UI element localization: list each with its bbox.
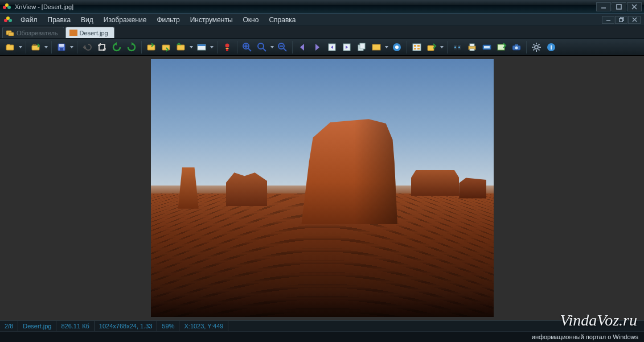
svg-rect-35	[413, 44, 421, 51]
zoom-dropdown[interactable]	[270, 40, 274, 54]
red-eye-button[interactable]	[220, 40, 234, 54]
watermark-tagline: информационный портал о Windows	[532, 333, 638, 340]
tab-strip: Обозреватель Desert.jpg	[0, 26, 644, 39]
status-bar: 2/8 Desert.jpg 826.11 Кб 1024x768x24, 1.…	[0, 320, 644, 331]
main-toolbar: i	[0, 39, 644, 56]
minimize-button[interactable]	[596, 2, 611, 11]
acquire-button[interactable]	[510, 40, 523, 54]
flip-h-button[interactable]	[145, 40, 158, 54]
settings-button[interactable]	[530, 40, 543, 54]
menu-window[interactable]: Окно	[239, 15, 264, 25]
next-button[interactable]	[310, 40, 324, 54]
print-button[interactable]	[465, 40, 479, 54]
about-button[interactable]: i	[544, 40, 558, 54]
open-button[interactable]	[29, 40, 43, 54]
svg-point-43	[454, 46, 456, 48]
image-thumb-icon	[69, 30, 77, 36]
svg-rect-38	[414, 48, 416, 50]
app-menu-icon	[3, 15, 13, 24]
flip-v-button[interactable]	[159, 40, 173, 54]
status-filename: Desert.jpg	[18, 321, 56, 331]
svg-point-34	[395, 46, 399, 49]
rotate-ccw-button[interactable]	[110, 40, 124, 54]
undo-button[interactable]	[80, 40, 94, 54]
browse-button[interactable]	[3, 40, 17, 54]
menu-view[interactable]: Вид	[76, 15, 98, 25]
copy-to-button[interactable]	[495, 40, 508, 54]
rotate-cw-button[interactable]	[125, 40, 138, 54]
mdi-controls	[601, 16, 641, 24]
svg-rect-24	[226, 49, 228, 51]
svg-rect-22	[198, 44, 206, 46]
export-button[interactable]	[425, 40, 438, 54]
scan-button[interactable]	[480, 40, 494, 54]
canvas-dropdown[interactable]	[210, 40, 214, 54]
svg-point-2	[7, 6, 11, 9]
svg-rect-53	[515, 44, 518, 46]
tab-browser[interactable]: Обозреватель	[2, 27, 64, 38]
zoom-in-button[interactable]	[240, 40, 254, 54]
export-dropdown[interactable]	[440, 40, 444, 54]
save-dropdown[interactable]	[69, 40, 74, 54]
image-surface	[151, 59, 494, 317]
svg-rect-16	[60, 48, 63, 51]
close-button[interactable]	[627, 2, 642, 11]
duplicate-button[interactable]	[355, 40, 368, 54]
menu-bar: Файл Правка Вид Изображение Фильтр Инстр…	[0, 14, 644, 26]
status-cursor: X:1023, Y:449	[179, 321, 228, 331]
open-dropdown[interactable]	[44, 40, 48, 54]
browse-dropdown[interactable]	[18, 40, 23, 54]
crop-button[interactable]	[95, 40, 109, 54]
svg-rect-39	[417, 48, 420, 50]
title-bar: XnView - [Desert.jpg]	[0, 0, 644, 14]
menu-edit[interactable]: Правка	[43, 15, 76, 25]
zoom-fit-button[interactable]	[255, 40, 269, 54]
resize-dropdown[interactable]	[189, 40, 194, 54]
svg-rect-18	[147, 45, 155, 50]
menu-image[interactable]: Изображение	[99, 15, 151, 25]
folder-tree-icon	[6, 30, 14, 36]
svg-rect-36	[414, 45, 416, 47]
svg-rect-32	[372, 44, 380, 50]
svg-rect-15	[59, 44, 64, 47]
fullscreen-dropdown[interactable]	[384, 40, 389, 54]
mdi-restore-button[interactable]	[615, 16, 627, 24]
tab-image-active[interactable]: Desert.jpg	[65, 27, 114, 38]
menu-filter[interactable]: Фильтр	[152, 15, 184, 25]
mdi-minimize-button[interactable]	[602, 16, 614, 24]
menu-tools[interactable]: Инструменты	[186, 15, 237, 25]
canvas-size-button[interactable]	[195, 40, 208, 54]
tab-browser-label: Обозреватель	[17, 30, 58, 36]
status-dimensions: 1024x768x24, 1.33	[95, 321, 158, 331]
svg-rect-9	[9, 32, 14, 36]
save-button[interactable]	[55, 40, 68, 54]
image-viewport[interactable]	[0, 56, 644, 320]
svg-text:i: i	[550, 44, 552, 51]
zoom-out-button[interactable]	[276, 40, 289, 54]
batch-convert-button[interactable]	[450, 40, 464, 54]
thumbnails-button[interactable]	[410, 40, 424, 54]
svg-rect-11	[69, 33, 77, 36]
svg-point-26	[258, 43, 264, 49]
last-button[interactable]	[340, 40, 354, 54]
svg-point-23	[225, 43, 229, 47]
svg-point-44	[458, 46, 460, 48]
slideshow-button[interactable]	[390, 40, 404, 54]
resize-button[interactable]	[174, 40, 188, 54]
maximize-button[interactable]	[612, 2, 626, 11]
first-button[interactable]	[325, 40, 339, 54]
svg-rect-7	[619, 19, 622, 22]
svg-rect-49	[484, 46, 490, 48]
svg-rect-46	[470, 44, 474, 46]
menu-file[interactable]: Файл	[16, 15, 42, 25]
mdi-close-button[interactable]	[628, 16, 641, 24]
tab-image-label: Desert.jpg	[80, 30, 108, 36]
svg-point-54	[535, 46, 538, 49]
svg-rect-37	[417, 45, 420, 47]
prev-button[interactable]	[296, 40, 309, 54]
menu-help[interactable]: Справка	[264, 15, 300, 25]
watermark-bar: информационный портал о Windows	[0, 331, 644, 342]
fullscreen-button[interactable]	[370, 40, 383, 54]
window-controls	[596, 2, 642, 11]
svg-rect-20	[177, 45, 184, 50]
